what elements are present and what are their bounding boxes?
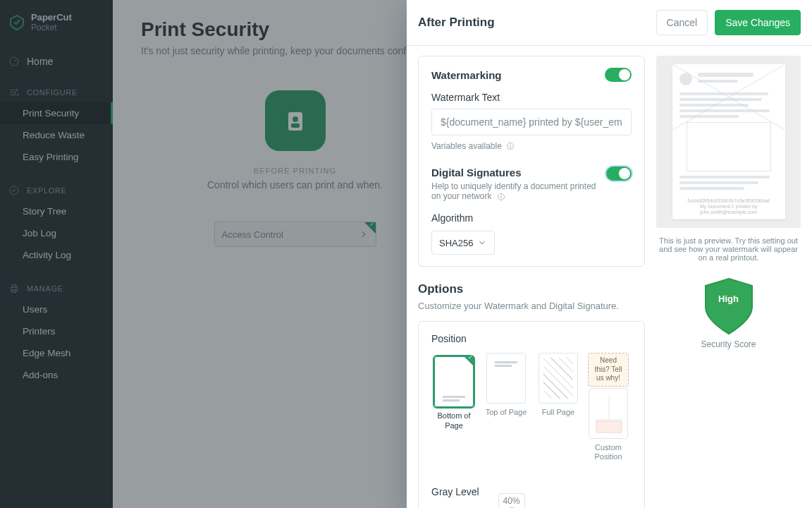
access-control-select[interactable]: Access Control [214, 222, 376, 247]
section-configure-label: Configure [27, 88, 78, 97]
sidebar: PaperCutPocket Home Configure Print Secu… [0, 0, 113, 508]
sidebar-item-edge-mesh[interactable]: Edge Mesh [0, 342, 113, 364]
access-control-label: Access Control [222, 229, 283, 240]
before-kicker: BEFORE PRINTING [254, 167, 336, 175]
svg-rect-20 [500, 195, 501, 195]
info-icon [497, 193, 505, 201]
options-section: Options Customize your Watermark and Dig… [418, 282, 645, 508]
sidebar-item-story-tree[interactable]: Story Tree [0, 200, 113, 222]
preview-note: This is just a preview. Try this setting… [658, 236, 799, 262]
sidebar-item-print-security[interactable]: Print Security [0, 102, 113, 124]
printer-icon [8, 283, 20, 294]
after-printing-panel: After Printing Cancel Save Changes Water… [407, 0, 812, 508]
preview-column: 5dd4d095dd9336b5b7c0e309f39bbaf My Docum… [656, 56, 801, 498]
svg-rect-22 [443, 399, 460, 401]
watermarking-card: Watermarking Watermark Text Variables av… [418, 56, 645, 267]
section-manage-label: Manage [27, 284, 63, 293]
svg-rect-24 [495, 365, 512, 367]
nav-home[interactable]: Home [0, 49, 113, 80]
svg-rect-5 [11, 287, 17, 291]
svg-rect-27 [596, 421, 622, 433]
svg-rect-6 [12, 285, 16, 287]
sidebar-item-reduce-waste[interactable]: Reduce Waste [0, 124, 113, 146]
sidebar-item-printers[interactable]: Printers [0, 320, 113, 342]
cancel-button[interactable]: Cancel [656, 10, 708, 35]
options-title: Options [418, 282, 645, 296]
section-explore: Explore [0, 178, 113, 200]
svg-point-3 [17, 94, 19, 96]
gray-level-label: Gray Level [431, 486, 632, 497]
algorithm-select[interactable]: SHA256 [431, 231, 495, 255]
brand-logo: PaperCutPocket [0, 0, 113, 49]
watermark-text-label: Watermark Text [431, 92, 632, 103]
section-configure: Configure [0, 80, 113, 102]
algorithm-label: Algorithm [431, 212, 632, 224]
svg-point-2 [14, 92, 16, 94]
gauge-icon [8, 56, 20, 67]
save-button[interactable]: Save Changes [715, 10, 801, 35]
gray-level-section: Gray Level 40% [431, 475, 632, 508]
watermarking-label: Watermarking [431, 69, 501, 81]
digital-signatures-help: Help to uniquely identify a document pri… [431, 181, 606, 201]
svg-point-1 [16, 89, 18, 91]
digital-signatures-toggle[interactable] [606, 167, 632, 181]
preview-hash: 5dd4d095dd9336b5b7c0e309f39bbaf [672, 198, 785, 204]
sidebar-item-easy-printing[interactable]: Easy Printing [0, 146, 113, 168]
papercut-logo-icon [8, 14, 25, 31]
preview-image-placeholder [687, 122, 771, 171]
preview-email: john.smith@example.com [672, 210, 785, 215]
nav-home-label: Home [27, 56, 53, 67]
position-full[interactable]: Full Page [536, 353, 581, 462]
journey-callout[interactable]: Need this? Tell us why! [588, 353, 629, 387]
preview-card: 5dd4d095dd9336b5b7c0e309f39bbaf My Docum… [656, 56, 801, 228]
panel-header: After Printing Cancel Save Changes [407, 0, 812, 46]
preview-doc: My Document 1 printed by [672, 204, 785, 210]
svg-point-9 [293, 116, 298, 122]
position-bottom[interactable]: Bottom of Page [431, 353, 476, 462]
variables-available[interactable]: Variables available [431, 141, 632, 151]
compass-icon [8, 185, 20, 196]
section-explore-label: Explore [27, 186, 67, 195]
preview-page: 5dd4d095dd9336b5b7c0e309f39bbaf My Docum… [672, 64, 785, 219]
svg-rect-23 [495, 361, 517, 363]
digital-signatures-label: Digital Signatures [431, 167, 606, 179]
sidebar-item-addons[interactable]: Add-ons [0, 364, 113, 386]
shield-text: High [718, 294, 739, 304]
shield-icon [703, 277, 755, 335]
svg-rect-19 [500, 196, 501, 199]
sidebar-item-users[interactable]: Users [0, 298, 113, 320]
brand-name: PaperCut [31, 13, 72, 22]
svg-rect-16 [510, 145, 510, 148]
watermark-text-input[interactable] [431, 109, 632, 135]
position-top[interactable]: Top of Page [484, 353, 529, 462]
chevron-down-icon [477, 238, 487, 248]
sidebar-item-job-log[interactable]: Job Log [0, 222, 113, 244]
svg-rect-21 [443, 396, 465, 398]
brand-sub: Pocket [31, 23, 57, 32]
panel-title: After Printing [418, 16, 495, 30]
before-printing-card: BEFORE PRINTING Control which users can … [141, 90, 449, 284]
badge-icon [265, 90, 326, 151]
section-manage: Manage [0, 276, 113, 298]
options-sub: Customize your Watermark and Digital Sig… [418, 301, 645, 311]
security-score-label: Security Score [701, 339, 756, 349]
watermarking-toggle[interactable] [605, 68, 632, 82]
gray-level-value: 40% [498, 493, 525, 508]
svg-rect-10 [291, 123, 300, 128]
position-custom[interactable]: Need this? Tell us why! Custom Position [588, 353, 629, 462]
sliders-icon [8, 87, 20, 98]
svg-rect-17 [510, 144, 510, 145]
sidebar-item-activity-log[interactable]: Activity Log [0, 244, 113, 266]
position-label: Position [431, 333, 632, 344]
before-lead: Control which users can print and when. [207, 179, 383, 190]
info-icon [506, 142, 515, 150]
